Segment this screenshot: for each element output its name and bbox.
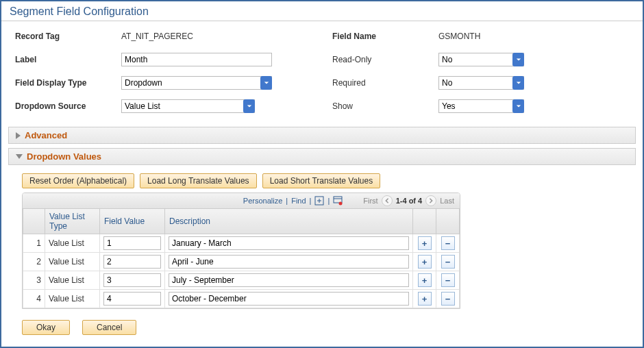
col-add — [413, 209, 436, 234]
table-row: 3Value List+− — [23, 271, 460, 290]
load-short-button[interactable]: Load Short Translate Values — [262, 173, 381, 188]
required-select[interactable] — [438, 76, 524, 90]
value-list-type-cell: Value List — [45, 253, 100, 271]
row-num: 2 — [23, 253, 45, 271]
advanced-section-toggle[interactable]: Advanced — [8, 127, 636, 144]
col-value-list-type[interactable]: Value List Type — [45, 209, 100, 234]
personalize-link[interactable]: Personalize — [243, 197, 282, 205]
svg-point-2 — [339, 202, 343, 206]
add-cell: + — [413, 253, 436, 271]
remove-cell: − — [436, 271, 460, 290]
remove-row-button[interactable]: − — [441, 292, 455, 306]
form-area: Record Tag AT_NIT_PAGEREC Label Field Di… — [1, 21, 643, 127]
description-cell — [165, 271, 413, 290]
field-value-input[interactable] — [103, 255, 161, 269]
field-display-type-label: Field Display Type — [15, 78, 121, 88]
page-range: 1-4 of 4 — [396, 197, 423, 205]
add-cell: + — [413, 290, 436, 308]
field-value-cell — [100, 271, 165, 290]
chevron-down-icon[interactable] — [512, 99, 524, 113]
label-label: Label — [15, 55, 121, 64]
next-page-icon[interactable] — [425, 195, 436, 206]
label-input[interactable] — [121, 53, 272, 66]
chevron-down-icon[interactable] — [512, 53, 524, 66]
last-link[interactable]: Last — [440, 197, 454, 205]
separator: | — [310, 197, 312, 205]
separator: | — [286, 197, 288, 205]
remove-row-button[interactable]: − — [441, 273, 455, 287]
find-link[interactable]: Find — [291, 197, 306, 205]
description-input[interactable] — [169, 273, 409, 287]
download-icon[interactable] — [333, 196, 343, 206]
form-right-column: Field Name GSMONTH Read-Only Required Sh… — [332, 28, 629, 121]
row-num: 4 — [23, 290, 45, 308]
advanced-section-label: Advanced — [25, 130, 67, 140]
add-row-button[interactable]: + — [418, 292, 432, 306]
value-list-type-cell: Value List — [45, 234, 100, 253]
add-cell: + — [413, 271, 436, 290]
table-row: 4Value List+− — [23, 290, 460, 308]
record-tag-value: AT_NIT_PAGEREC — [121, 32, 193, 41]
description-cell — [165, 290, 413, 308]
col-description[interactable]: Description — [165, 209, 413, 234]
values-table: Value List Type Field Value Description … — [23, 209, 460, 308]
record-tag-label: Record Tag — [15, 32, 121, 41]
table-row: 2Value List+− — [23, 253, 460, 271]
field-value-input[interactable] — [103, 292, 161, 306]
cancel-button[interactable]: Cancel — [82, 320, 136, 335]
remove-cell: − — [436, 290, 460, 308]
value-list-type-cell: Value List — [45, 290, 100, 308]
field-value-input[interactable] — [103, 236, 161, 250]
description-cell — [165, 234, 413, 253]
show-label: Show — [332, 101, 438, 111]
grid-toolbar: Personalize | Find | | First 1-4 of 4 La… — [23, 193, 460, 209]
show-select[interactable] — [438, 99, 524, 113]
field-value-cell — [100, 234, 165, 253]
triangle-right-icon — [16, 132, 21, 139]
add-row-button[interactable]: + — [418, 236, 432, 250]
chevron-down-icon[interactable] — [243, 99, 255, 113]
field-display-type-select[interactable] — [121, 76, 272, 90]
description-cell — [165, 253, 413, 271]
okay-button[interactable]: Okay — [22, 320, 70, 335]
read-only-select[interactable] — [438, 53, 524, 66]
col-remove — [436, 209, 460, 234]
page-title: Segment Field Configuration — [1, 1, 643, 21]
read-only-label: Read-Only — [332, 55, 438, 64]
required-label: Required — [332, 78, 438, 88]
field-name-value: GSMONTH — [438, 32, 480, 41]
dropdown-source-select[interactable] — [121, 99, 255, 113]
remove-cell: − — [436, 253, 460, 271]
col-num — [23, 209, 45, 234]
triangle-down-icon — [16, 154, 23, 159]
prev-page-icon[interactable] — [382, 195, 393, 206]
col-field-value[interactable]: Field Value — [100, 209, 165, 234]
field-value-cell — [100, 290, 165, 308]
row-num: 3 — [23, 271, 45, 290]
description-input[interactable] — [169, 236, 409, 250]
first-link[interactable]: First — [363, 197, 377, 205]
dropdown-values-section-toggle[interactable]: Dropdown Values — [8, 148, 636, 165]
dropdown-source-label: Dropdown Source — [15, 101, 121, 111]
form-left-column: Record Tag AT_NIT_PAGEREC Label Field Di… — [15, 28, 312, 121]
load-long-button[interactable]: Load Long Translate Values — [140, 173, 257, 188]
separator: | — [327, 197, 330, 205]
remove-row-button[interactable]: − — [441, 236, 455, 250]
zoom-icon[interactable] — [314, 196, 324, 206]
field-name-label: Field Name — [332, 32, 438, 41]
add-row-button[interactable]: + — [418, 255, 432, 269]
add-row-button[interactable]: + — [418, 273, 432, 287]
description-input[interactable] — [169, 255, 409, 269]
field-value-input[interactable] — [103, 273, 161, 287]
footer-buttons: Okay Cancel — [1, 309, 643, 346]
remove-cell: − — [436, 234, 460, 253]
add-cell: + — [413, 234, 436, 253]
chevron-down-icon[interactable] — [260, 76, 272, 90]
row-num: 1 — [23, 234, 45, 253]
description-input[interactable] — [169, 292, 409, 306]
remove-row-button[interactable]: − — [441, 255, 455, 269]
field-value-cell — [100, 253, 165, 271]
chevron-down-icon[interactable] — [512, 76, 524, 90]
reset-order-button[interactable]: Reset Order (Alphabetical) — [22, 173, 134, 188]
values-grid: Personalize | Find | | First 1-4 of 4 La… — [22, 192, 460, 309]
